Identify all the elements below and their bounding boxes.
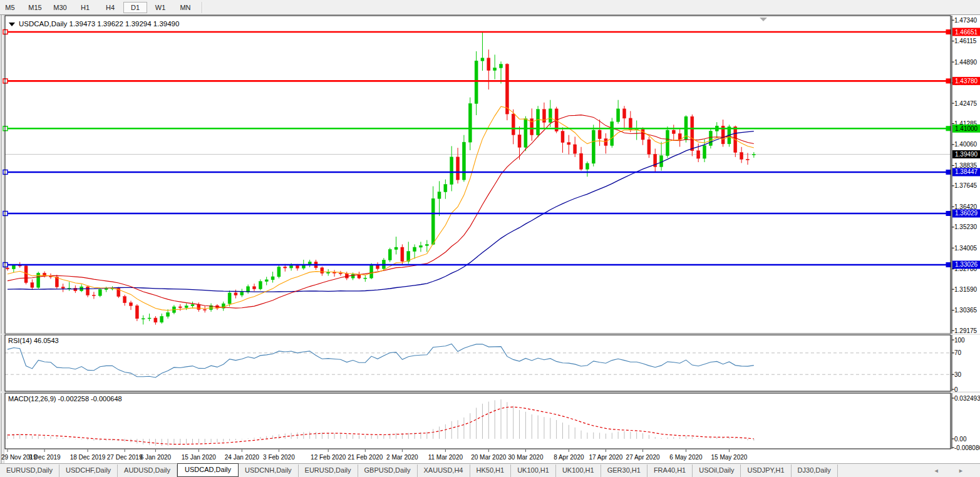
time-axis-label: 21 Feb 2020 <box>348 454 383 461</box>
price-axis-tick: 1.35230 <box>954 223 977 230</box>
time-axis-label: 15 Jan 2020 <box>182 454 216 461</box>
time-axis-label: 3 Feb 2020 <box>263 454 295 461</box>
candle <box>672 130 675 133</box>
price-line-badge-1.43780: 1.43780 <box>952 77 980 85</box>
current-price-badge: 1.39490 <box>952 150 980 158</box>
time-axis-label: 30 Mar 2020 <box>508 454 544 461</box>
timeframe-button-M15[interactable]: M15 <box>23 2 47 13</box>
price-axis-tick: 1.37645 <box>954 182 977 189</box>
candle <box>617 109 620 121</box>
timeframe-button-M5[interactable]: M5 <box>0 2 22 13</box>
candle <box>388 250 391 260</box>
price-axis-tick: 1.36420 <box>954 203 977 210</box>
chart-tab-fra40-h1[interactable]: FRA40,H1 <box>647 464 693 477</box>
price-line-badge-1.38447: 1.38447 <box>952 168 980 176</box>
timeframe-button-M30[interactable]: M30 <box>48 2 72 13</box>
candle <box>191 304 194 305</box>
chart-tab-gbpusd-daily[interactable]: GBPUSD,Daily <box>358 464 418 477</box>
candle <box>253 287 256 289</box>
chart-tab-usdcad-daily[interactable]: USDCAD,Daily <box>177 463 239 477</box>
candle <box>456 157 460 180</box>
price-line-badge-1.41000: 1.41000 <box>952 125 980 133</box>
chart-tab-usdjpy-h1[interactable]: USDJPY,H1 <box>741 464 791 477</box>
chart-tabs: EURUSD,DailyUSDCHF,DailyAUDUSD,DailyUSDC… <box>0 464 838 477</box>
candle <box>6 268 9 269</box>
macd-label: MACD(12,26,9) -0.002258 -0.000648 <box>8 395 122 403</box>
time-axis-label: 27 Apr 2020 <box>626 454 660 461</box>
timeframe-button-MN[interactable]: MN <box>173 2 197 13</box>
price-axis-tick: 1.46115 <box>954 38 977 44</box>
candle <box>142 319 145 319</box>
chart-tab-ger30-h1[interactable]: GER30,H1 <box>601 464 647 477</box>
candle <box>752 154 755 155</box>
price-axis-tick: 1.31590 <box>954 286 977 293</box>
time-axis-label: 17 Apr 2020 <box>589 454 622 461</box>
candle <box>580 153 583 169</box>
chart-tab-usdchf-daily[interactable]: USDCHF,Daily <box>59 464 118 477</box>
candle <box>487 58 490 71</box>
candle <box>611 121 614 145</box>
timeframe-button-D1[interactable]: D1 <box>123 2 147 13</box>
svg-text:1.39490: 1.39490 <box>955 151 978 158</box>
chart-tab-uk100-h1[interactable]: UK100,H1 <box>511 464 556 477</box>
timeframe-buttons: M5M15M30H1H4D1W1MN <box>0 2 198 13</box>
price-line-badge-1.36029: 1.36029 <box>952 209 980 217</box>
timeframe-button-W1[interactable]: W1 <box>148 2 172 13</box>
price-axis-tick: 1.34005 <box>954 245 977 252</box>
chart-tab-uk100-h1[interactable]: UK100,H1 <box>556 464 601 477</box>
candle <box>604 139 607 146</box>
candle <box>524 119 527 148</box>
candle <box>130 303 133 306</box>
timeframe-button-H1[interactable]: H1 <box>73 2 97 13</box>
trading-app-window: { "toolbar": { "timeframes": [ {"label":… <box>0 0 980 477</box>
candle <box>419 245 422 247</box>
time-axis-label: 18 Dec 2019 <box>70 454 106 461</box>
price-axis-tick: 1.47340 <box>954 17 977 24</box>
rsi-axis-tick: 70 <box>954 349 962 356</box>
chart-tab-usdcnh-daily[interactable]: USDCNH,Daily <box>239 464 299 477</box>
time-axis-label: 24 Jan 2020 <box>225 454 259 461</box>
time-axis[interactable]: 29 Nov 20199 Dec 201918 Dec 201927 Dec 2… <box>1 449 748 461</box>
price-axis-tick: 1.42475 <box>954 100 977 107</box>
price-axis-tick: 1.40060 <box>954 141 977 148</box>
macd-panel <box>5 393 951 449</box>
candle <box>92 295 95 295</box>
svg-text:1.36029: 1.36029 <box>955 210 978 217</box>
candle <box>228 293 231 304</box>
chart-tab-xauusd-h4[interactable]: XAUUSD,H4 <box>418 464 470 477</box>
chart-tab-audusd-daily[interactable]: AUDUSD,Daily <box>118 464 177 477</box>
candle <box>370 264 373 278</box>
candle <box>537 110 540 135</box>
candle <box>481 58 484 61</box>
timeframe-button-H4[interactable]: H4 <box>98 2 122 13</box>
macd-axis-tick: -0.008086 <box>954 444 980 451</box>
candle <box>740 152 743 159</box>
candle <box>518 135 521 147</box>
rsi-panel <box>5 335 951 391</box>
time-axis-label: 9 Dec 2019 <box>29 454 61 461</box>
chart-tab-eurusd-daily[interactable]: EURUSD,Daily <box>299 464 358 477</box>
tab-scroll-arrows[interactable]: ◄ ► <box>934 468 972 474</box>
candle <box>259 282 262 289</box>
candle <box>265 280 268 282</box>
candle <box>425 244 428 245</box>
time-axis-label: 8 Apr 2020 <box>554 454 584 461</box>
candle <box>277 267 281 277</box>
time-axis-label: 15 May 2020 <box>711 454 748 461</box>
chart-tab-usoil-daily[interactable]: USOil,Daily <box>693 464 741 477</box>
price-axis-tick: 1.29175 <box>954 327 977 334</box>
time-axis-label: 12 Feb 2020 <box>311 454 346 461</box>
candle <box>505 64 508 114</box>
chart-tab-eurusd-daily[interactable]: EURUSD,Daily <box>0 464 59 477</box>
candle <box>271 277 274 280</box>
line-handle-right <box>946 79 951 83</box>
chart-tab-hk50-h1[interactable]: HK50,H1 <box>470 464 512 477</box>
candle <box>185 306 188 308</box>
candle <box>327 272 330 274</box>
candle <box>592 130 595 163</box>
candle <box>500 64 503 68</box>
chart-tab-dj30-daily[interactable]: DJ30,Daily <box>792 464 838 477</box>
candle <box>61 287 64 288</box>
candle <box>148 318 151 319</box>
rsi-axis-tick: 30 <box>954 371 962 378</box>
